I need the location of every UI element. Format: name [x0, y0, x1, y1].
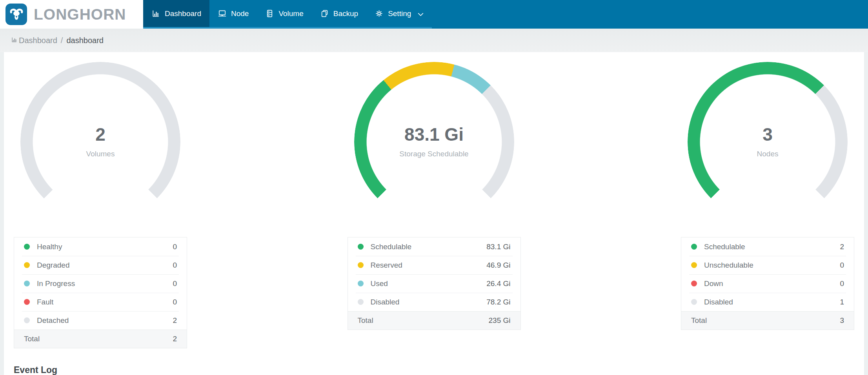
legend-color-dot: [691, 262, 697, 268]
legend-label: Down: [704, 279, 723, 288]
legend-color-dot: [691, 244, 697, 250]
legend-color-dot: [24, 262, 30, 268]
legend-label: Disabled: [371, 298, 400, 306]
storage-gauge-chart: 83.1 Gi Storage Schedulable: [354, 62, 514, 222]
legend-total-label: Total: [691, 316, 707, 325]
legend-label: Schedulable: [704, 243, 745, 251]
nav-item-node[interactable]: Node: [209, 0, 257, 27]
legend-value: 0: [840, 261, 844, 270]
legend-row: Detached2: [14, 311, 187, 330]
legend-total-label: Total: [24, 335, 40, 343]
legend-label: Degraded: [37, 261, 69, 270]
legend-value: 0: [173, 261, 177, 270]
bar-chart-icon: [151, 9, 160, 18]
storage-gauge-center: 83.1 Gi Storage Schedulable: [354, 62, 514, 222]
panel-storage: 83.1 Gi Storage Schedulable Schedulable8…: [348, 62, 521, 348]
legend-row: Used26.4 Gi: [348, 274, 520, 293]
legend-color-dot: [24, 281, 30, 286]
legend-total-label: Total: [358, 316, 373, 325]
legend-label: Reserved: [371, 261, 402, 270]
nav-item-label: Dashboard: [165, 9, 201, 18]
brand-name: LONGHORN: [34, 6, 126, 23]
legend-label: Schedulable: [371, 243, 412, 251]
legend-row: In Progress0: [14, 274, 187, 293]
legend-row: Schedulable83.1 Gi: [348, 237, 520, 256]
event-log-title: Event Log: [14, 365, 854, 375]
legend-value: 83.1 Gi: [486, 243, 510, 251]
nodes-legend-table: Schedulable2Unschedulable0Down0Disabled1…: [681, 237, 854, 330]
legend-color-dot: [358, 262, 364, 268]
legend-color-dot: [24, 299, 30, 305]
legend-value: 2: [840, 243, 844, 251]
volumes-count: 2: [95, 125, 106, 143]
legend-color-dot: [24, 317, 30, 323]
breadcrumb: Dashboard / dashboard: [0, 29, 868, 52]
longhorn-logo-icon: [5, 4, 27, 25]
node-icon: [218, 9, 227, 18]
main-nav: Dashboard Node Volume Backup Setting: [143, 0, 432, 29]
top-navbar: LONGHORN Dashboard Node Volume Backup: [0, 0, 868, 29]
database-icon: [265, 9, 274, 18]
legend-value: 0: [173, 279, 177, 288]
legend-color-dot: [358, 244, 364, 250]
volumes-legend-table: Healthy0Degraded0In Progress0Fault0Detac…: [14, 237, 187, 348]
legend-label: Healthy: [37, 243, 62, 251]
chevron-down-icon: [416, 10, 424, 17]
legend-color-dot: [358, 299, 364, 305]
nav-item-label: Volume: [278, 9, 303, 18]
bar-chart-icon: [11, 36, 19, 45]
legend-value: 46.9 Gi: [486, 261, 510, 270]
nodes-gauge-chart: 3 Nodes: [688, 62, 848, 222]
storage-schedulable-value: 83.1 Gi: [404, 125, 464, 143]
legend-row: Schedulable2: [681, 237, 854, 256]
panel-volumes: 2 Volumes Healthy0Degraded0In Progress0F…: [14, 62, 187, 348]
nav-item-dashboard[interactable]: Dashboard: [143, 0, 209, 27]
nav-item-setting[interactable]: Setting: [366, 0, 432, 27]
legend-label: Disabled: [704, 298, 733, 306]
nav-item-label: Setting: [388, 9, 411, 18]
legend-row: Fault0: [14, 293, 187, 311]
legend-value: 0: [173, 298, 177, 306]
volumes-label: Volumes: [86, 150, 115, 158]
legend-row: Degraded0: [14, 256, 187, 274]
legend-value: 0: [173, 243, 177, 251]
breadcrumb-separator: /: [61, 36, 63, 45]
navbar-filler: [432, 0, 868, 29]
legend-color-dot: [24, 244, 30, 250]
gauge-panels-row: 2 Volumes Healthy0Degraded0In Progress0F…: [14, 62, 854, 348]
legend-label: In Progress: [37, 279, 75, 288]
legend-label: Detached: [37, 316, 69, 325]
nav-item-label: Node: [231, 9, 249, 18]
legend-total-value: 2: [173, 335, 177, 343]
legend-value: 1: [840, 298, 844, 306]
legend-value: 0: [840, 279, 844, 288]
nav-item-volume[interactable]: Volume: [257, 0, 311, 27]
legend-total-value: 235 Gi: [489, 316, 511, 325]
panel-nodes: 3 Nodes Schedulable2Unschedulable0Down0D…: [681, 62, 854, 348]
legend-label: Unschedulable: [704, 261, 753, 270]
brand-logo[interactable]: LONGHORN: [0, 0, 143, 29]
legend-color-dot: [358, 281, 364, 286]
legend-row: Disabled78.2 Gi: [348, 293, 520, 311]
legend-row: Reserved46.9 Gi: [348, 256, 520, 274]
breadcrumb-current-page: dashboard: [66, 36, 104, 45]
legend-total-row: Total2: [14, 330, 187, 348]
legend-row: Healthy0: [14, 237, 187, 256]
legend-color-dot: [691, 281, 697, 286]
nodes-count: 3: [762, 125, 773, 143]
nav-item-backup[interactable]: Backup: [312, 0, 366, 27]
copy-icon: [320, 9, 329, 18]
nodes-gauge-center: 3 Nodes: [688, 62, 848, 222]
legend-value: 26.4 Gi: [486, 279, 510, 288]
legend-color-dot: [691, 299, 697, 305]
legend-total-value: 3: [840, 316, 844, 325]
nodes-label: Nodes: [757, 150, 779, 158]
legend-value: 2: [173, 316, 177, 325]
legend-row: Down0: [681, 274, 854, 293]
storage-legend-table: Schedulable83.1 GiReserved46.9 GiUsed26.…: [348, 237, 521, 330]
legend-value: 78.2 Gi: [486, 298, 510, 306]
volumes-gauge-chart: 2 Volumes: [20, 62, 180, 222]
legend-total-row: Total3: [681, 311, 854, 330]
breadcrumb-dashboard-link[interactable]: Dashboard: [19, 36, 57, 45]
legend-row: Unschedulable0: [681, 256, 854, 274]
